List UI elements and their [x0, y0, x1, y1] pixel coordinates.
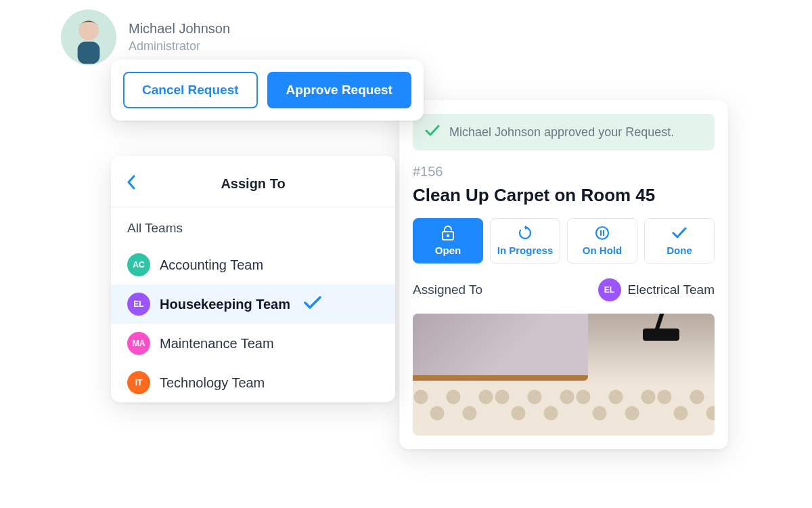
status-label: On Hold	[583, 245, 622, 256]
team-badge: MA	[127, 332, 150, 355]
status-on-hold[interactable]: On Hold	[567, 218, 637, 263]
approved-banner: Michael Johnson approved your Request.	[413, 114, 715, 150]
team-row-technology[interactable]: IT Technology Team	[111, 363, 395, 402]
cancel-request-button[interactable]: Cancel Request	[123, 72, 258, 108]
team-badge: EL	[598, 278, 621, 301]
status-in-progress[interactable]: In Progress	[490, 218, 560, 263]
assigned-row: Assigned To EL Electrical Team	[413, 278, 715, 301]
user-name: Michael Johnson	[129, 21, 230, 37]
team-row-accounting[interactable]: AC Accounting Team	[111, 245, 395, 284]
team-row-housekeeping[interactable]: EL Housekeeping Team	[111, 284, 395, 324]
user-block: Michael Johnson Administrator	[61, 9, 230, 65]
all-teams-label: All Teams	[111, 207, 395, 245]
assign-to-panel: Assign To All Teams AC Accounting Team E…	[111, 156, 395, 402]
status-row: Open In Progress On Hold Done	[413, 218, 715, 263]
approved-message: Michael Johnson approved your Request.	[449, 125, 674, 140]
status-open[interactable]: Open	[413, 218, 483, 263]
assigned-team[interactable]: EL Electrical Team	[598, 278, 715, 301]
assigned-team-name: Electrical Team	[628, 282, 715, 297]
avatar	[61, 9, 116, 65]
status-label: Done	[667, 245, 692, 256]
status-label: In Progress	[497, 245, 554, 256]
team-row-maintenance[interactable]: MA Maintenance Team	[111, 324, 395, 363]
refresh-icon	[518, 226, 533, 240]
user-role: Administrator	[129, 39, 230, 54]
assigned-to-label: Assigned To	[413, 282, 482, 297]
request-id: #156	[413, 164, 715, 179]
team-badge: AC	[127, 253, 150, 276]
svg-point-5	[596, 227, 608, 239]
assign-title: Assign To	[221, 176, 285, 192]
team-name: Accounting Team	[160, 257, 263, 273]
status-label: Open	[435, 245, 461, 256]
unlock-icon	[441, 226, 455, 240]
request-actions-card: Cancel Request Approve Request	[111, 60, 424, 121]
check-icon	[425, 125, 440, 140]
request-title: Clean Up Carpet on Room 45	[413, 185, 715, 206]
approve-request-button[interactable]: Approve Request	[267, 72, 411, 108]
check-icon	[672, 226, 687, 240]
back-icon[interactable]	[126, 173, 135, 194]
svg-rect-6	[600, 230, 602, 236]
request-detail-panel: Michael Johnson approved your Request. #…	[399, 100, 728, 449]
user-text: Michael Johnson Administrator	[129, 21, 230, 54]
team-name: Housekeeping Team	[160, 297, 290, 312]
svg-rect-2	[78, 42, 100, 64]
team-name: Technology Team	[160, 375, 265, 391]
request-photo	[413, 314, 715, 436]
check-icon	[304, 296, 321, 312]
team-name: Maintenance Team	[160, 336, 274, 352]
team-badge: EL	[127, 293, 150, 316]
svg-point-4	[447, 234, 449, 237]
svg-rect-7	[603, 230, 604, 236]
team-badge: IT	[127, 371, 150, 394]
status-done[interactable]: Done	[644, 218, 715, 263]
pause-icon	[595, 226, 610, 240]
assign-header: Assign To	[111, 169, 395, 207]
svg-point-1	[78, 20, 99, 41]
